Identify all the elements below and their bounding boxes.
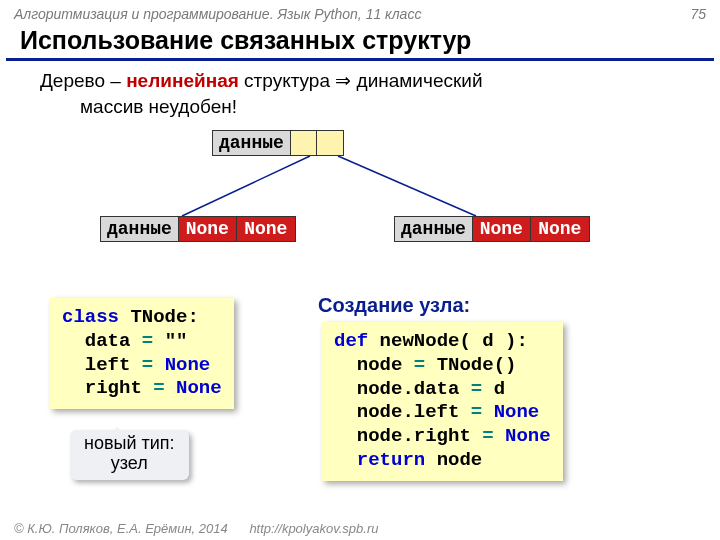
subtitle-after: структура ⇒ динамический <box>239 70 483 91</box>
code-new-node: def newNode( d ): node = TNode() node.da… <box>322 322 563 481</box>
op-equals: = <box>142 330 153 352</box>
subtitle-nonlinear: нелинейная <box>126 70 239 91</box>
tree-root-node: данные <box>212 130 344 156</box>
callout-new-type: новый тип: узел <box>70 430 189 480</box>
op-equals: = <box>482 425 493 447</box>
code-text: node <box>334 354 414 376</box>
code-text: TNode: <box>119 306 199 328</box>
op-equals: = <box>142 354 153 376</box>
op-equals: = <box>153 377 164 399</box>
code-text: TNode() <box>425 354 516 376</box>
code-text: node.right <box>334 425 482 447</box>
slide-header: Алгоритмизация и программирование. Язык … <box>0 0 720 24</box>
subtitle-line2: массив неудобен! <box>0 96 720 118</box>
tree-left-leaf: данные None None <box>100 216 296 242</box>
node-none-cell: None <box>473 217 531 241</box>
code-text <box>165 377 176 399</box>
subtitle-before: Дерево – <box>40 70 126 91</box>
code-text <box>334 449 357 471</box>
connector-lines <box>0 124 720 294</box>
copyright: © К.Ю. Поляков, Е.А. Ерёмин, 2014 <box>14 521 228 536</box>
callout-line1: новый тип: <box>84 434 175 454</box>
code-text <box>494 425 505 447</box>
code-text: newNode( d ): <box>368 330 528 352</box>
node-none-cell: None <box>237 217 295 241</box>
code-text <box>482 401 493 423</box>
kw-none: None <box>165 354 211 376</box>
callout-line2: узел <box>84 454 175 474</box>
op-equals: = <box>471 378 482 400</box>
tree-diagram: данные данные None None данные None None <box>0 124 720 284</box>
kw-def: def <box>334 330 368 352</box>
footer-url: http://kpolyakov.spb.ru <box>249 521 378 536</box>
op-equals: = <box>414 354 425 376</box>
op-equals: = <box>471 401 482 423</box>
code-text: node.data <box>334 378 471 400</box>
kw-none: None <box>176 377 222 399</box>
node-data-cell: данные <box>213 131 291 155</box>
code-text: node.left <box>334 401 471 423</box>
svg-line-1 <box>338 156 476 216</box>
section-create-node: Создание узла: <box>318 294 470 317</box>
node-right-ptr <box>317 131 343 155</box>
code-text: data <box>62 330 142 352</box>
code-text: "" <box>153 330 187 352</box>
node-data-cell: данные <box>101 217 179 241</box>
code-text <box>153 354 164 376</box>
code-text: right <box>62 377 153 399</box>
course-name: Алгоритмизация и программирование. Язык … <box>14 6 421 22</box>
slide-title: Использование связанных структур <box>6 24 714 61</box>
node-left-ptr <box>291 131 317 155</box>
code-text: d <box>482 378 505 400</box>
kw-return: return <box>357 449 425 471</box>
node-data-cell: данные <box>395 217 473 241</box>
kw-none: None <box>494 401 540 423</box>
slide-footer: © К.Ю. Поляков, Е.А. Ерёмин, 2014 http:/… <box>14 521 378 536</box>
kw-none: None <box>505 425 551 447</box>
node-none-cell: None <box>531 217 589 241</box>
svg-line-0 <box>182 156 310 216</box>
kw-class: class <box>62 306 119 328</box>
code-text: left <box>62 354 142 376</box>
code-class-tnode: class TNode: data = "" left = None right… <box>50 298 234 409</box>
code-text: node <box>425 449 482 471</box>
page-number: 75 <box>690 6 706 22</box>
subtitle-line1: Дерево – нелинейная структура ⇒ динамиче… <box>0 61 720 96</box>
node-none-cell: None <box>179 217 237 241</box>
tree-right-leaf: данные None None <box>394 216 590 242</box>
